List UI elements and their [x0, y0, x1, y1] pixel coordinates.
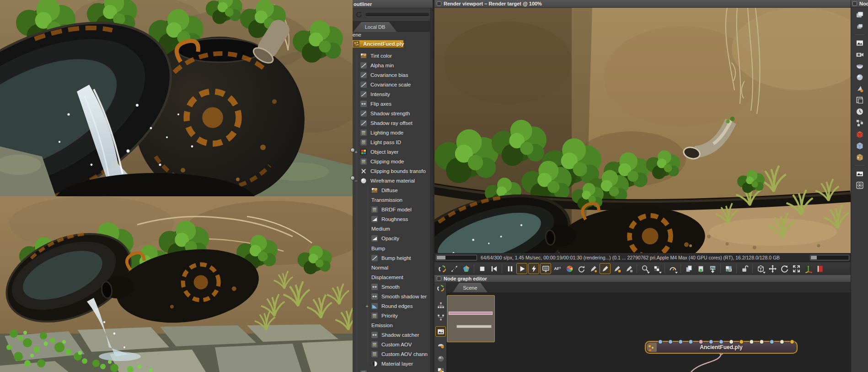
- lock-resolution-button[interactable]: [739, 263, 750, 274]
- zoom-tool-button[interactable]: [639, 263, 650, 274]
- mesh-bowl-icon[interactable]: [854, 60, 866, 71]
- camera-icon[interactable]: [854, 49, 866, 60]
- copy-render-button[interactable]: [683, 263, 694, 274]
- preview-mode-button[interactable]: [461, 263, 472, 274]
- input-pin[interactable]: [750, 340, 754, 344]
- orbit-tool-button[interactable]: [779, 263, 790, 274]
- outliner-item-clipping-bounds-transfo[interactable]: Clipping bounds transfo: [353, 167, 433, 176]
- outliner-item-light-pass-id[interactable]: Light pass ID: [353, 138, 433, 147]
- layers-large-icon[interactable]: [854, 9, 866, 21]
- input-pin[interactable]: [739, 340, 744, 344]
- fullscreen-button[interactable]: [791, 263, 802, 274]
- mesh-sphere-icon[interactable]: [854, 71, 866, 83]
- outliner-item-shadow-strength[interactable]: Shadow strength: [353, 109, 433, 118]
- outliner-item-normal[interactable]: Normal: [353, 263, 433, 272]
- outliner-item-priority[interactable]: Priority: [353, 311, 433, 320]
- outliner-item-transmission[interactable]: Transmission: [353, 195, 433, 205]
- outliner-item-shadow-catcher[interactable]: Shadow catcher: [353, 330, 433, 340]
- layers-small-icon[interactable]: [854, 21, 866, 32]
- pan-tool-button[interactable]: [767, 263, 778, 274]
- node-graph-canvas[interactable]: AncientFued.ply: [447, 292, 851, 372]
- render-region-button[interactable]: [651, 263, 662, 274]
- node-ancientfued[interactable]: AncientFued.ply: [645, 341, 798, 354]
- node-graph-icon[interactable]: [854, 117, 866, 129]
- camera-speed-button[interactable]: [667, 263, 678, 274]
- input-pin[interactable]: [689, 340, 693, 344]
- material-node-icon[interactable]: [435, 340, 446, 350]
- image-icon[interactable]: [854, 37, 866, 49]
- outliner-item-roughness[interactable]: Roughness: [353, 215, 433, 224]
- picture-icon[interactable]: [854, 168, 866, 179]
- outliner-item-covariance-bias[interactable]: Covariance bias: [353, 70, 433, 80]
- world-axes-button[interactable]: [803, 263, 814, 274]
- refresh-icon[interactable]: [354, 10, 364, 19]
- outliner-search-field[interactable]: [365, 13, 429, 17]
- outliner-item-covariance-scale[interactable]: Covariance scale: [353, 80, 433, 89]
- cube-blue-icon[interactable]: [854, 140, 866, 151]
- outliner-item-object-layer[interactable]: +Object layer: [353, 147, 433, 156]
- cube-tan-icon[interactable]: [854, 151, 866, 163]
- outliner-item-tint-color[interactable]: Tint color: [353, 51, 433, 60]
- outliner-item-wireframe-material[interactable]: −Wireframe material: [353, 176, 433, 185]
- outliner-item-emission[interactable]: Emission: [353, 321, 433, 330]
- color-wheel-button[interactable]: [564, 263, 575, 274]
- autofocus-button[interactable]: AF¹: [552, 263, 563, 274]
- outliner-item-smooth[interactable]: Smooth: [353, 282, 433, 291]
- splitter-knob[interactable]: [350, 176, 355, 180]
- outliner-item-brdf-model[interactable]: BRDF model: [353, 205, 433, 214]
- outliner-item-clipping-mode[interactable]: Clipping mode: [353, 157, 433, 166]
- camera-mode-button[interactable]: [755, 263, 766, 274]
- splitter-knob[interactable]: [350, 148, 355, 152]
- outliner-item-ancientfued[interactable]: AncientFued.ply: [353, 40, 404, 48]
- texture-node-icon[interactable]: [435, 353, 446, 364]
- window-icon[interactable]: [437, 276, 441, 281]
- cube-red-icon[interactable]: [854, 129, 866, 140]
- pause-render-button[interactable]: [504, 263, 515, 274]
- settings-icon[interactable]: [854, 179, 866, 191]
- clock-icon[interactable]: [854, 106, 866, 117]
- window-icon[interactable]: [437, 1, 441, 6]
- outliner-item-opacity[interactable]: Opacity: [353, 234, 433, 243]
- outliner-item-displacement[interactable]: Displacement: [353, 273, 433, 282]
- reset-view-button[interactable]: [576, 263, 587, 274]
- frame-icon[interactable]: [854, 94, 866, 106]
- input-pin[interactable]: [679, 340, 683, 344]
- render-passes-button[interactable]: [723, 263, 734, 274]
- outliner-item-custom-aov[interactable]: Custom AOV: [353, 340, 433, 349]
- input-pin[interactable]: [659, 340, 663, 344]
- input-pin[interactable]: [729, 340, 734, 344]
- white-point-picker-button[interactable]: [623, 263, 634, 274]
- material-picker-button[interactable]: [600, 263, 611, 274]
- outliner-item-custom-aov-chann[interactable]: Custom AOV chann: [353, 350, 433, 359]
- outliner-item-shadow-ray-offset[interactable]: Shadow ray offset: [353, 119, 433, 128]
- input-pin[interactable]: [790, 340, 794, 344]
- node-input-pins[interactable]: [646, 339, 798, 345]
- input-pin[interactable]: [770, 340, 774, 344]
- outliner-item-material-layer[interactable]: Material layer: [353, 359, 433, 368]
- input-pin[interactable]: [760, 340, 764, 344]
- input-pin[interactable]: [719, 340, 723, 344]
- realtime-render-button[interactable]: [528, 263, 539, 274]
- image-node-icon[interactable]: [435, 326, 446, 337]
- input-pin[interactable]: [709, 340, 713, 344]
- outliner-item-medium[interactable]: Medium: [353, 224, 433, 233]
- group-node[interactable]: [447, 295, 495, 342]
- focus-picker-button[interactable]: [588, 263, 599, 274]
- clipboard-send-button[interactable]: [695, 263, 706, 274]
- outliner-item-smooth-shadow-ter[interactable]: Smooth shadow ter: [353, 292, 433, 301]
- outliner-item-intensity[interactable]: Intensity: [353, 90, 433, 99]
- stop-render-button[interactable]: [477, 263, 488, 274]
- light-icon[interactable]: [854, 83, 866, 94]
- outliner-item-lighting-mode[interactable]: Lighting mode: [353, 128, 433, 137]
- expander-icon[interactable]: +: [364, 303, 370, 309]
- input-pin[interactable]: [669, 340, 673, 344]
- save-render-button[interactable]: [707, 263, 718, 274]
- fit-resolution-button[interactable]: [449, 263, 460, 274]
- display-mode-button[interactable]: [540, 263, 551, 274]
- restart-button[interactable]: [488, 263, 499, 274]
- outliner-item-partial[interactable]: [353, 369, 433, 372]
- outliner-item-scene[interactable]: cene: [353, 32, 361, 38]
- link-nodes-icon[interactable]: [435, 300, 446, 310]
- outliner-item-alpha-min[interactable]: Alpha min: [353, 61, 433, 70]
- refresh-icon[interactable]: [435, 283, 446, 293]
